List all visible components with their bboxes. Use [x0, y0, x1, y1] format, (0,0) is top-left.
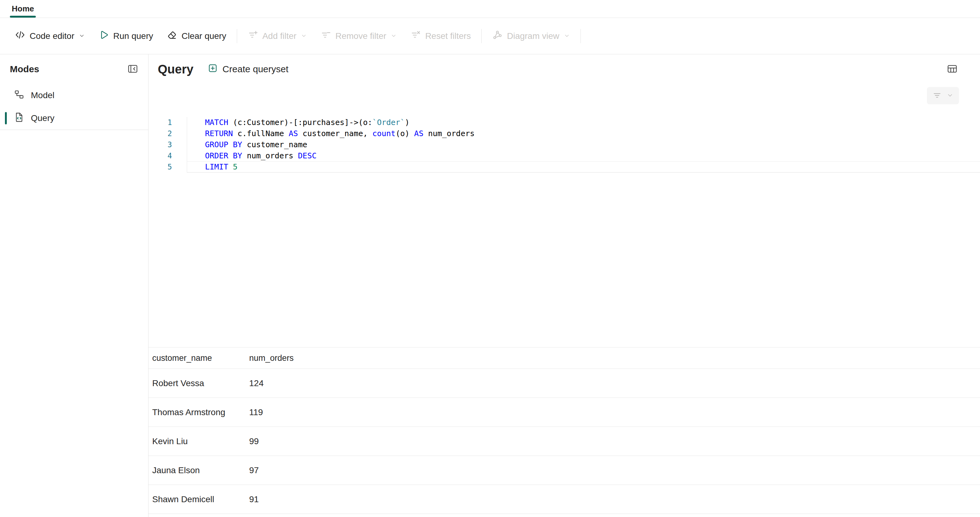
run-query-label: Run query	[113, 31, 153, 41]
query-icon	[14, 112, 25, 125]
diagram-view-icon	[492, 30, 503, 42]
line-number: 2	[148, 128, 172, 139]
code-token: DESC	[298, 151, 317, 160]
code-editor[interactable]: 12345 MATCH (c:Customer)-[:purchases]->(…	[148, 117, 980, 173]
table-cell: 124	[245, 379, 980, 388]
table-cell: 99	[245, 436, 980, 446]
code-token: LIMIT	[205, 162, 228, 171]
code-line[interactable]: MATCH (c:Customer)-[:purchases]->(o:`Ord…	[187, 117, 980, 128]
filter-settings-icon	[932, 91, 942, 101]
diagram-view-button[interactable]: Diagram view	[485, 24, 577, 49]
table-row[interactable]: Thomas Armstrong119	[148, 398, 980, 427]
run-query-button[interactable]: Run query	[92, 24, 160, 49]
chevron-down-icon	[564, 31, 570, 41]
modes-panel-title: Modes	[10, 64, 39, 75]
code-line[interactable]: RETURN c.fullName AS customer_name, coun…	[187, 128, 980, 139]
modes-panel: Modes	[0, 54, 148, 517]
model-icon	[14, 89, 25, 102]
code-token: num_orders	[242, 151, 298, 160]
table-row[interactable]: Kevin Liu99	[148, 427, 980, 456]
play-icon	[99, 30, 109, 42]
line-numbers: 12345	[148, 117, 187, 173]
table-cell: 97	[245, 466, 980, 475]
code-token: (c:Customer)-[:purchases]->(o:	[228, 118, 372, 127]
code-token: RETURN	[205, 129, 233, 138]
code-token: 5	[233, 162, 237, 171]
code-line[interactable]: GROUP BY customer_name	[187, 139, 980, 150]
table-cell: Robert Vessa	[148, 379, 245, 388]
diagram-view-label: Diagram view	[507, 31, 560, 41]
code-line[interactable]: LIMIT 5	[187, 161, 980, 173]
add-square-icon	[208, 63, 218, 75]
tab-selected-underline	[10, 16, 36, 17]
reset-filters-icon	[410, 30, 421, 42]
tab-bar: Home	[0, 0, 980, 18]
editor-mini-toolbar-row	[148, 84, 980, 107]
code-token: AS	[414, 129, 423, 138]
code-editor-label: Code editor	[30, 31, 75, 41]
chevron-down-icon	[79, 31, 85, 41]
line-number: 1	[148, 117, 172, 128]
clear-query-button[interactable]: Clear query	[160, 24, 233, 49]
code-lines[interactable]: MATCH (c:Customer)-[:purchases]->(o:`Ord…	[187, 117, 980, 173]
tab-home[interactable]: Home	[10, 0, 36, 17]
results-view-button[interactable]	[944, 61, 960, 77]
table-cell: 119	[245, 407, 980, 417]
mode-item-label: Model	[31, 91, 54, 100]
code-editor-icon	[15, 30, 25, 42]
table-cell: 91	[245, 495, 980, 504]
line-number: 5	[148, 161, 172, 173]
results-table: customer_namenum_orders Robert Vessa124T…	[148, 347, 980, 514]
code-line[interactable]: ORDER BY num_orders DESC	[187, 150, 980, 161]
modes-panel-header: Modes	[0, 54, 148, 84]
clear-query-label: Clear query	[181, 31, 226, 41]
code-token: count	[372, 129, 396, 138]
app-window: Home Code editor Run query	[0, 0, 980, 517]
line-number: 4	[148, 150, 172, 161]
code-token: ORDER BY	[205, 151, 242, 160]
panel-left-contract-icon	[127, 63, 138, 75]
query-options-button[interactable]	[927, 87, 959, 104]
create-queryset-label: Create queryset	[223, 64, 288, 75]
query-header: Query Create queryset	[148, 54, 980, 84]
add-filter-button[interactable]: Add filter	[241, 24, 314, 49]
column-header[interactable]: customer_name	[148, 353, 245, 363]
ribbon-toolbar: Code editor Run query Clear query	[0, 18, 980, 54]
table-row[interactable]: Robert Vessa124	[148, 369, 980, 398]
results-header: customer_namenum_orders	[148, 347, 980, 369]
table-row[interactable]: Shawn Demicell91	[148, 485, 980, 514]
code-token: )	[405, 118, 409, 127]
code-token: num_orders	[423, 129, 474, 138]
query-main-area: Query Create queryset	[148, 54, 980, 517]
code-token: MATCH	[205, 118, 228, 127]
table-cell: Shawn Demicell	[148, 495, 245, 504]
table-cell: Jauna Elson	[148, 466, 245, 475]
table-row[interactable]: Jauna Elson97	[148, 456, 980, 485]
code-token: c.fullName	[233, 129, 289, 138]
chevron-down-icon	[301, 31, 307, 41]
reset-filters-button[interactable]: Reset filters	[404, 24, 478, 49]
column-header[interactable]: num_orders	[245, 353, 980, 363]
code-editor-button[interactable]: Code editor	[8, 24, 92, 49]
page-title: Query	[158, 62, 194, 76]
add-filter-icon	[248, 30, 258, 42]
code-token	[228, 162, 233, 171]
mode-item-query[interactable]: Query	[0, 107, 148, 130]
selected-indicator	[5, 112, 7, 124]
code-token: GROUP BY	[205, 140, 242, 149]
remove-filter-icon	[320, 30, 331, 42]
ribbon-separator	[581, 29, 581, 43]
table-view-icon	[947, 63, 958, 75]
collapse-panel-button[interactable]	[125, 61, 141, 77]
create-queryset-button[interactable]: Create queryset	[208, 63, 288, 75]
remove-filter-label: Remove filter	[335, 31, 386, 41]
table-cell: Thomas Armstrong	[148, 407, 245, 417]
remove-filter-button[interactable]: Remove filter	[314, 24, 404, 49]
code-token: customer_name,	[298, 129, 372, 138]
mode-item-model[interactable]: Model	[0, 84, 148, 107]
ribbon-separator	[237, 29, 237, 43]
editor-empty-space	[148, 173, 980, 347]
chevron-down-icon	[947, 92, 953, 100]
results-body: Robert Vessa124Thomas Armstrong119Kevin …	[148, 369, 980, 514]
modes-list: Model Query	[0, 84, 148, 130]
